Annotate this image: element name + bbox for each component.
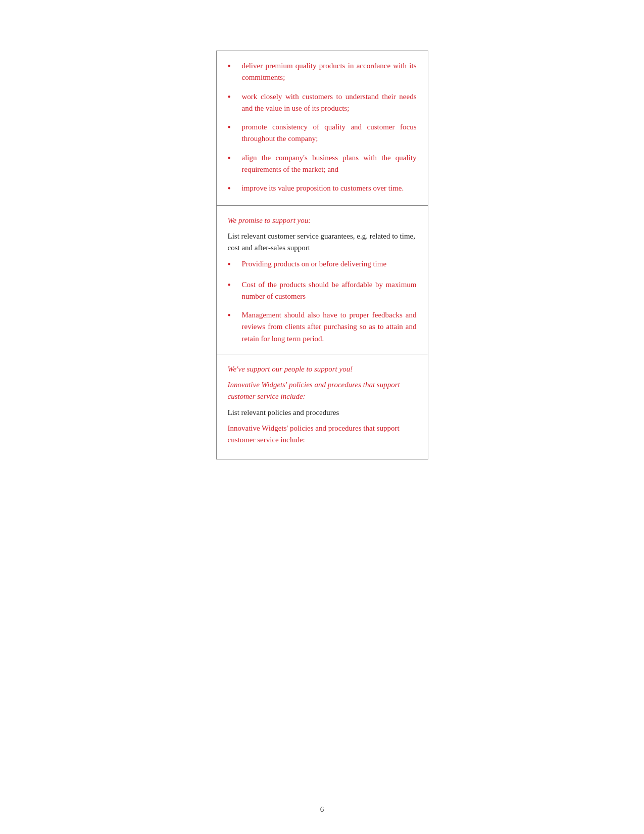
bullet-icon: • — [228, 60, 237, 74]
top-content-box: • deliver premium quality products in ac… — [216, 51, 428, 206]
promise-label: We promise to support you: — [228, 215, 417, 226]
list-item: • promote consistency of quality and cus… — [228, 121, 417, 145]
bullet-icon: • — [228, 309, 237, 323]
bullet-icon: • — [228, 182, 237, 196]
bullet-icon: • — [228, 121, 237, 135]
support-section-box: We've support our people to support you!… — [216, 354, 428, 460]
support-line1: We've support our people to support you! — [228, 363, 417, 375]
support-line3: List relevant policies and procedures — [228, 407, 417, 419]
top-bullet-list: • deliver premium quality products in ac… — [228, 60, 417, 196]
bullet-text: Management should also have to proper fe… — [242, 309, 417, 345]
bullet-text: work closely with customers to understan… — [242, 91, 417, 115]
bullet-text: deliver premium quality products in acco… — [242, 60, 417, 84]
promise-bullet-list: • Providing products on or before delive… — [228, 258, 417, 345]
bullet-icon: • — [228, 258, 237, 272]
bullet-text: align the company's business plans with … — [242, 152, 417, 176]
promise-section-box: We promise to support you: List relevant… — [216, 206, 428, 354]
bullet-text: Cost of the products should be affordabl… — [242, 279, 417, 303]
page: • deliver premium quality products in ac… — [0, 0, 644, 834]
list-item: • Cost of the products should be afforda… — [228, 279, 417, 303]
bullet-icon: • — [228, 152, 237, 166]
bullet-icon: • — [228, 90, 237, 105]
list-item: • deliver premium quality products in ac… — [228, 60, 417, 84]
support-line2: Innovative Widgets' policies and procedu… — [228, 379, 417, 403]
bullet-icon: • — [228, 279, 237, 293]
list-item: • Management should also have to proper … — [228, 309, 417, 345]
list-item: • align the company's business plans wit… — [228, 152, 417, 176]
promise-intro: List relevant customer service guarantee… — [228, 230, 417, 254]
support-line4: Innovative Widgets' policies and procedu… — [228, 423, 417, 446]
bullet-text: improve its value proposition to custome… — [242, 182, 417, 194]
bullet-text: Providing products on or before deliveri… — [242, 258, 417, 270]
list-item: • improve its value proposition to custo… — [228, 182, 417, 196]
bullet-text: promote consistency of quality and custo… — [242, 121, 417, 145]
list-item: • work closely with customers to underst… — [228, 91, 417, 115]
list-item: • Providing products on or before delive… — [228, 258, 417, 272]
page-number: 6 — [320, 805, 324, 814]
